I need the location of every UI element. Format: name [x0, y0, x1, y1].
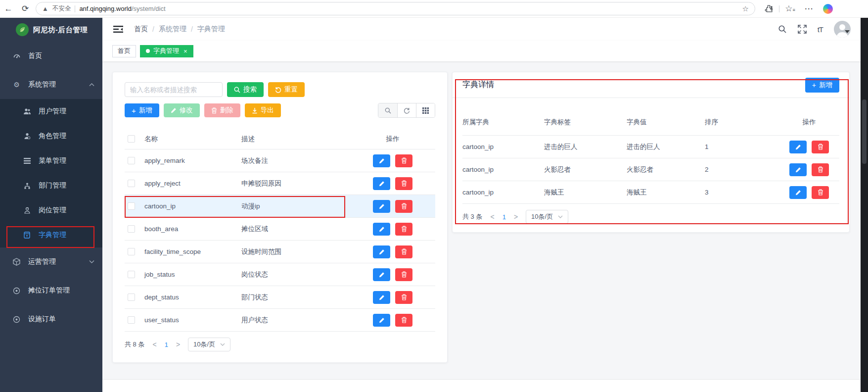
page-size-select[interactable]: 10条/页 [188, 338, 230, 351]
breadcrumb-system[interactable]: 系统管理 [159, 25, 186, 34]
row-checkbox[interactable] [128, 157, 135, 164]
row-edit-button[interactable] [789, 163, 807, 176]
browser-back-icon[interactable]: ← [0, 4, 17, 14]
row-edit-button[interactable] [373, 177, 390, 190]
row-edit-button[interactable] [373, 223, 390, 236]
row-delete-button[interactable] [395, 154, 412, 167]
table-row[interactable]: user_status 用户状态 [125, 309, 435, 332]
copilot-icon[interactable] [823, 4, 833, 14]
table-row[interactable]: facility_time_scope 设施时间范围 [125, 241, 435, 263]
edit-button-disabled[interactable]: 修改 [164, 103, 200, 117]
sidebar-item-roles[interactable]: 角色管理 [0, 124, 102, 148]
tab-close-icon[interactable]: × [183, 48, 187, 55]
tab-home[interactable]: 首页 [112, 45, 136, 57]
sidebar-item-users[interactable]: 用户管理 [0, 99, 102, 124]
row-checkbox[interactable] [128, 271, 135, 278]
fullscreen-icon[interactable] [798, 25, 807, 34]
sidebar-item-facility-orders[interactable]: 设施订单 [0, 305, 102, 334]
search-button[interactable]: 搜索 [227, 82, 264, 97]
prev-page-icon[interactable]: < [152, 341, 156, 348]
row-checkbox[interactable] [128, 316, 135, 324]
font-size-icon[interactable]: tT [818, 25, 823, 34]
sidebar-item-home[interactable]: 首页 [0, 42, 102, 70]
browser-address-bar[interactable]: ▲ 不安全 anf.qingqing.world/system/dict ☆ [36, 2, 755, 15]
row-delete-button[interactable] [395, 245, 412, 258]
sidebar-item-operations[interactable]: 运营管理 [0, 247, 102, 276]
row-checkbox[interactable] [128, 294, 135, 301]
browser-refresh-icon[interactable]: ⟳ [17, 3, 34, 14]
dict-name: booth_area [144, 225, 241, 233]
table-row[interactable]: booth_area 摊位区域 [125, 218, 435, 241]
export-button[interactable]: 导出 [245, 103, 281, 117]
row-edit-button[interactable] [373, 291, 390, 304]
window-scrollbar[interactable] [861, 18, 868, 392]
row-delete-button[interactable] [395, 314, 412, 327]
sidebar-item-jobs[interactable]: 岗位管理 [0, 198, 102, 223]
row-edit-button[interactable] [373, 245, 390, 258]
favorites-bar-icon[interactable]: ☆≡ [781, 3, 798, 14]
row-edit-button[interactable] [789, 141, 807, 153]
row-edit-button[interactable] [373, 268, 390, 281]
table-row[interactable]: job_status 岗位状态 [125, 263, 435, 286]
row-edit-button[interactable] [373, 154, 390, 167]
delete-button-disabled[interactable]: 删除 [204, 103, 240, 117]
table-row[interactable]: apply_remark 场次备注 [125, 149, 435, 172]
row-delete-button[interactable] [395, 223, 412, 236]
table-search-icon[interactable] [378, 103, 397, 117]
detail-row[interactable]: cartoon_ip 火影忍者 火影忍者 2 [462, 158, 839, 181]
row-edit-button[interactable] [789, 186, 807, 199]
user-menu[interactable] [834, 21, 850, 38]
reset-button[interactable]: 重置 [268, 82, 305, 97]
detail-add-button[interactable]: +新增 [805, 78, 839, 93]
dictionary-book-icon [23, 232, 31, 239]
browser-toolbar: ← ⟳ ▲ 不安全 anf.qingqing.world/system/dict… [0, 0, 868, 18]
row-edit-button[interactable] [373, 314, 390, 327]
search-icon[interactable] [778, 25, 787, 34]
page-url[interactable]: anf.qingqing.world/system/dict [79, 5, 738, 12]
column-header-name: 名称 [144, 135, 241, 144]
detail-row[interactable]: cartoon_ip 海贼王 海贼王 3 [462, 181, 839, 204]
row-delete-button[interactable] [812, 186, 829, 199]
detail-row[interactable]: cartoon_ip 进击的巨人 进击的巨人 1 [462, 136, 839, 158]
row-delete-button[interactable] [395, 268, 412, 281]
prev-page-icon[interactable]: < [490, 213, 494, 221]
row-delete-button[interactable] [395, 291, 412, 304]
table-row[interactable]: apply_reject 申摊驳回原因 [125, 172, 435, 195]
sidebar-fold-icon[interactable] [113, 25, 123, 33]
tab-dictionary[interactable]: 字典管理 × [140, 45, 193, 57]
add-button[interactable]: +新增 [125, 103, 159, 117]
sidebar-item-departments[interactable]: 部门管理 [0, 173, 102, 198]
row-checkbox[interactable] [128, 202, 135, 210]
page-number[interactable]: 1 [503, 213, 506, 221]
next-page-icon[interactable]: > [176, 341, 180, 348]
table-row-selected[interactable]: cartoon_ip 动漫ip [125, 195, 435, 218]
breadcrumb-home[interactable]: 首页 [134, 25, 148, 34]
page-number[interactable]: 1 [165, 341, 168, 348]
row-delete-button[interactable] [812, 141, 829, 153]
row-delete-button[interactable] [812, 163, 829, 176]
row-edit-button[interactable] [373, 200, 390, 213]
breadcrumb-dictionary[interactable]: 字典管理 [197, 25, 225, 34]
browser-menu-icon[interactable]: ⋯ [800, 3, 817, 14]
table-columns-grid-icon[interactable] [416, 103, 435, 117]
table-row[interactable]: dept_status 部门状态 [125, 286, 435, 309]
scrollbar-thumb[interactable] [862, 99, 867, 164]
row-checkbox[interactable] [128, 225, 135, 233]
sidebar-item-menus[interactable]: 菜单管理 [0, 148, 102, 173]
next-page-icon[interactable]: > [514, 213, 518, 221]
search-input[interactable] [125, 82, 223, 97]
sidebar-item-dictionary[interactable]: 字典管理 [0, 223, 102, 247]
row-checkbox[interactable] [128, 248, 135, 255]
sidebar-item-booth-orders[interactable]: 摊位订单管理 [0, 276, 102, 305]
bookmark-star-icon[interactable]: ☆ [742, 4, 749, 13]
row-delete-button[interactable] [395, 177, 412, 190]
sidebar-item-system[interactable]: ⚙ 系统管理 [0, 70, 102, 99]
table-refresh-icon[interactable] [397, 103, 416, 117]
avatar[interactable] [834, 21, 851, 38]
page-size-select[interactable]: 10条/页 [526, 210, 568, 224]
select-all-checkbox[interactable] [128, 135, 135, 143]
extensions-puzzle-icon[interactable] [760, 4, 777, 13]
row-delete-button[interactable] [395, 200, 412, 213]
row-checkbox[interactable] [128, 180, 135, 187]
chevron-down-icon [558, 215, 563, 218]
